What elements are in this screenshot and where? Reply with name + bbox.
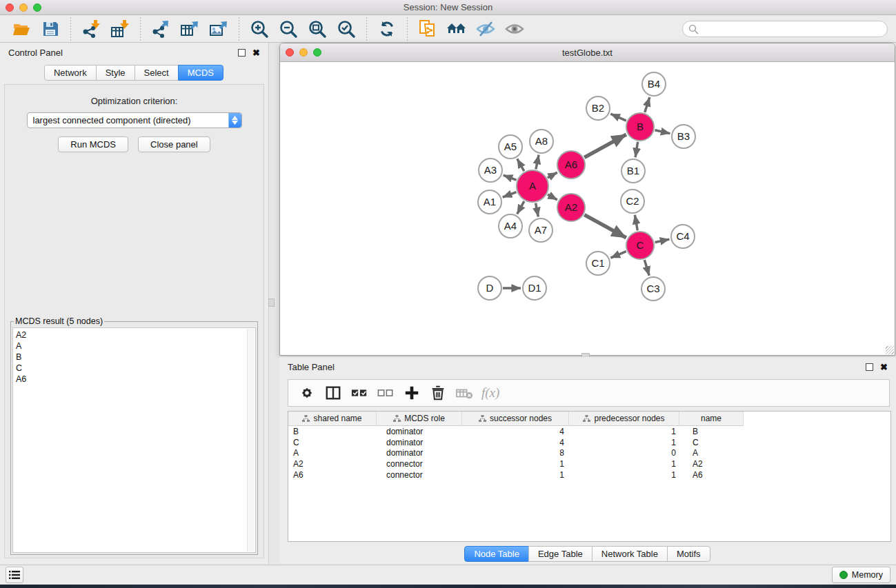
- task-history-button[interactable]: [6, 567, 23, 583]
- table-cell[interactable]: connector: [377, 470, 462, 480]
- table-cell[interactable]: B: [288, 427, 377, 436]
- edge-C-C1[interactable]: [610, 252, 626, 258]
- first-neighbors-icon[interactable]: [446, 19, 467, 39]
- node-D[interactable]: D: [478, 276, 501, 300]
- table-row[interactable]: Adominator80A: [288, 448, 890, 459]
- mcds-result-item[interactable]: A2: [16, 330, 255, 341]
- edge-A6-B[interactable]: [584, 134, 626, 157]
- create-column-icon[interactable]: [400, 383, 424, 403]
- hide-selected-icon[interactable]: [475, 19, 496, 39]
- import-network-icon[interactable]: [81, 19, 101, 39]
- edge-A-A1[interactable]: [503, 192, 517, 197]
- destroy-table-icon[interactable]: [452, 383, 476, 403]
- node-C[interactable]: C: [626, 232, 654, 259]
- network-canvas[interactable]: AA6A2BCA5A8A3A1A4A7B4B2B3B1C2C4C1C3DD1: [280, 62, 895, 355]
- table-cell[interactable]: dominator: [377, 427, 462, 436]
- node-A7[interactable]: A7: [529, 219, 552, 242]
- tab-select[interactable]: Select: [135, 65, 179, 81]
- edge-A-A8[interactable]: [536, 155, 539, 170]
- node-A3[interactable]: A3: [479, 159, 502, 182]
- table-cell[interactable]: 1: [569, 438, 679, 447]
- edge-C-C4[interactable]: [655, 239, 670, 242]
- tab-style[interactable]: Style: [96, 65, 135, 81]
- zoom-out-icon[interactable]: [278, 19, 299, 39]
- export-table-icon[interactable]: [179, 19, 200, 39]
- node-A4[interactable]: A4: [499, 214, 522, 238]
- refresh-icon[interactable]: [377, 19, 397, 39]
- node-D1[interactable]: D1: [523, 276, 546, 300]
- node-B3[interactable]: B3: [672, 125, 695, 148]
- float-table-panel-icon[interactable]: [866, 363, 873, 371]
- node-C4[interactable]: C4: [671, 225, 695, 248]
- deselect-all-columns-icon[interactable]: [374, 383, 397, 403]
- network-canvas-area[interactable]: AA6A2BCA5A8A3A1A4A7B4B2B3B1C2C4C1C3DD1: [280, 62, 895, 355]
- tab-network[interactable]: Network: [44, 65, 97, 81]
- tab-network-table[interactable]: Network Table: [592, 546, 668, 562]
- zoom-in-icon[interactable]: [249, 19, 270, 39]
- edge-C-C3[interactable]: [644, 260, 649, 276]
- memory-button[interactable]: Memory: [832, 567, 890, 583]
- close-table-panel-icon[interactable]: ✖: [880, 363, 888, 372]
- tab-node-table[interactable]: Node Table: [464, 546, 529, 562]
- table-cell[interactable]: 8: [462, 448, 569, 458]
- node-table[interactable]: shared nameMCDS rolesuccessor nodesprede…: [288, 411, 891, 542]
- table-cell[interactable]: dominator: [377, 438, 462, 447]
- table-cell[interactable]: 4: [462, 438, 569, 447]
- node-C3[interactable]: C3: [641, 277, 665, 301]
- edge-B-B2[interactable]: [610, 114, 626, 121]
- zoom-selected-icon[interactable]: [336, 19, 357, 39]
- table-cell[interactable]: B: [679, 427, 744, 436]
- table-cell[interactable]: 1: [569, 470, 679, 480]
- edge-B-B4[interactable]: [645, 97, 650, 112]
- table-cell[interactable]: 0: [569, 448, 679, 458]
- node-A8[interactable]: A8: [530, 130, 553, 153]
- tab-motifs[interactable]: Motifs: [667, 546, 710, 562]
- edge-C-C2[interactable]: [635, 215, 637, 231]
- table-cell[interactable]: A: [288, 448, 377, 458]
- result-list-scrollbar[interactable]: [247, 329, 255, 551]
- search-input[interactable]: [682, 21, 888, 37]
- edge-A-A4[interactable]: [517, 201, 524, 214]
- zoom-fit-icon[interactable]: [307, 19, 328, 39]
- mcds-result-item[interactable]: A6: [16, 374, 255, 385]
- column-header-mcds-role[interactable]: MCDS role: [377, 412, 462, 426]
- table-cell[interactable]: 1: [569, 459, 679, 469]
- table-cell[interactable]: A2: [288, 459, 377, 469]
- run-mcds-button[interactable]: Run MCDS: [58, 136, 128, 152]
- edge-B-B3[interactable]: [655, 130, 670, 134]
- function-builder-icon[interactable]: f(x): [481, 385, 499, 401]
- table-cell[interactable]: A2: [679, 459, 744, 469]
- table-row[interactable]: A6connector11A6: [288, 469, 890, 480]
- column-header-predecessor-nodes[interactable]: predecessor nodes: [569, 412, 679, 426]
- show-columns-icon[interactable]: [321, 383, 345, 403]
- edge-A-A2[interactable]: [548, 194, 557, 200]
- node-A5[interactable]: A5: [499, 135, 522, 159]
- column-header-successor-nodes[interactable]: successor nodes: [462, 412, 569, 426]
- select-all-columns-icon[interactable]: [348, 383, 371, 403]
- criterion-dropdown[interactable]: largest connected component (directed): [27, 112, 242, 128]
- mcds-result-item[interactable]: C: [16, 363, 255, 374]
- edge-A2-C[interactable]: [584, 215, 626, 238]
- table-row[interactable]: A2connector11A2: [288, 458, 890, 469]
- edge-A-A5[interactable]: [517, 159, 524, 171]
- tab-edge-table[interactable]: Edge Table: [528, 546, 593, 562]
- table-cell[interactable]: connector: [377, 459, 462, 469]
- table-cell[interactable]: 1: [569, 427, 679, 436]
- window-resize-grip[interactable]: [886, 346, 894, 354]
- show-all-icon[interactable]: [504, 19, 525, 39]
- save-session-icon[interactable]: [40, 19, 61, 39]
- node-A6[interactable]: A6: [557, 151, 585, 179]
- mcds-result-list[interactable]: A2ABCA6: [12, 327, 256, 553]
- table-cell[interactable]: dominator: [377, 448, 462, 458]
- tab-mcds[interactable]: MCDS: [178, 65, 223, 81]
- vertical-splitter-grip[interactable]: [268, 298, 275, 307]
- mcds-result-item[interactable]: B: [16, 352, 255, 363]
- node-C2[interactable]: C2: [621, 190, 644, 213]
- node-B4[interactable]: B4: [642, 72, 666, 96]
- node-B[interactable]: B: [626, 113, 654, 141]
- node-A2[interactable]: A2: [557, 194, 585, 221]
- edge-A-A3[interactable]: [504, 175, 517, 180]
- table-cell[interactable]: 1: [462, 470, 569, 480]
- open-file-icon[interactable]: [11, 19, 32, 39]
- table-cell[interactable]: C: [679, 438, 744, 447]
